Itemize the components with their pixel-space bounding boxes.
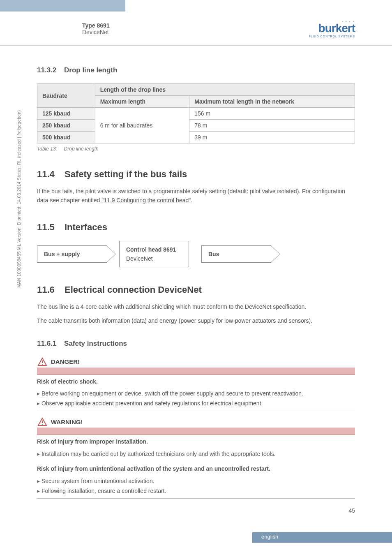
cell-max-shared: 6 m for all baudrates bbox=[95, 108, 189, 143]
heading-11-6: 11.6 Electrical connection DeviceNet bbox=[37, 284, 355, 295]
footer-language-bar: english bbox=[252, 532, 392, 543]
cell-baud: 250 kbaud bbox=[37, 120, 95, 132]
warning-triangle-icon bbox=[37, 417, 48, 427]
list-item: Secure system from unintentional activat… bbox=[37, 476, 355, 486]
logo-text: burkert bbox=[318, 22, 355, 35]
th-baudrate: Baudrate bbox=[37, 84, 95, 108]
flow-box-control-head: Control head 8691 DeviceNet bbox=[119, 241, 189, 267]
flow-box-bus: Bus bbox=[201, 245, 271, 263]
danger-subtitle: Risk of electric shock. bbox=[37, 377, 355, 386]
heading-11-5: 11.5 Interfaces bbox=[37, 222, 355, 233]
page-header: Type 8691 DeviceNet ▪ ▪ ▪ ▪ burkert FLUI… bbox=[0, 12, 392, 46]
main-content: 11.3.2 Drop line length Baudrate Length … bbox=[0, 46, 392, 499]
para-11-4: If the bus fails, the pilot valve is swi… bbox=[37, 187, 355, 205]
svg-point-3 bbox=[42, 424, 43, 425]
sectitle: Electrical connection DeviceNet bbox=[65, 284, 202, 295]
cell-total: 39 m bbox=[189, 132, 355, 143]
config-link[interactable]: "11.9 Configuring the control head" bbox=[101, 197, 191, 204]
heading-11-3-2: 11.3.2 Drop line length bbox=[37, 66, 355, 74]
divider bbox=[37, 498, 355, 499]
flow-box-bus-supply: Bus + supply bbox=[37, 245, 107, 263]
cell-total: 78 m bbox=[189, 120, 355, 132]
warning-triangle-icon bbox=[37, 357, 48, 367]
danger-title: DANGER! bbox=[51, 358, 80, 365]
para-11-6-1: The bus line is a 4-core cable with addi… bbox=[37, 303, 355, 312]
flow-box-line2: DeviceNet bbox=[126, 255, 182, 262]
side-meta-text: MAN 1000098455 ML Version: D printed: 14… bbox=[16, 110, 21, 288]
sectitle: Safety instructions bbox=[64, 340, 127, 347]
top-accent-bar bbox=[0, 0, 125, 12]
heading-11-4: 11.4 Safety setting if the bus fails bbox=[37, 169, 355, 180]
caption-label: Table 13: bbox=[37, 146, 57, 152]
warning-list2: Secure system from unintentional activat… bbox=[37, 476, 355, 496]
secnum: 11.5 bbox=[37, 222, 55, 232]
brand-logo: ▪ ▪ ▪ ▪ burkert FLUID CONTROL SYSTEMS bbox=[309, 20, 355, 38]
th-max: Maximum length bbox=[95, 96, 189, 108]
table-row: 500 kbaud 39 m bbox=[37, 132, 355, 143]
warning-sub2: Risk of injury from unintentional activa… bbox=[37, 465, 355, 474]
cell-baud: 125 kbaud bbox=[37, 108, 95, 120]
table-row: 125 kbaud 6 m for all baudrates 156 m bbox=[37, 108, 355, 120]
warning-alert: WARNING! Risk of injury from improper in… bbox=[37, 417, 355, 498]
interfaces-flow: Bus + supply Control head 8691 DeviceNet… bbox=[37, 241, 355, 267]
caption-text: Drop line length bbox=[64, 146, 99, 152]
list-item: Installation may be carried out by autho… bbox=[37, 449, 355, 459]
table-caption: Table 13: Drop line length bbox=[37, 146, 355, 152]
doc-type: Type 8691 bbox=[82, 22, 110, 29]
secnum: 11.6.1 bbox=[37, 340, 56, 347]
para-11-6-2: The cable transmits both information (da… bbox=[37, 317, 355, 326]
table-row: 250 kbaud 78 m bbox=[37, 120, 355, 132]
svg-point-1 bbox=[42, 364, 43, 365]
cell-total: 156 m bbox=[189, 108, 355, 120]
sectitle: Interfaces bbox=[65, 222, 107, 232]
sectitle: Drop line length bbox=[64, 66, 117, 74]
th-total: Maximum total length in the network bbox=[189, 96, 355, 108]
secnum: 11.6 bbox=[37, 284, 55, 295]
warning-sub1: Risk of injury from improper installatio… bbox=[37, 437, 355, 446]
flow-box-line1: Control head 8691 bbox=[126, 246, 176, 253]
para-text-b: . bbox=[191, 197, 192, 204]
doc-subtitle: DeviceNet bbox=[82, 29, 110, 35]
page-number: 45 bbox=[348, 507, 355, 514]
warning-bar bbox=[37, 428, 355, 435]
secnum: 11.3.2 bbox=[37, 66, 56, 74]
danger-bar bbox=[37, 368, 355, 375]
danger-list: Before working on equipment or device, s… bbox=[37, 388, 355, 408]
danger-alert: DANGER! Risk of electric shock. Before w… bbox=[37, 357, 355, 412]
divider bbox=[37, 411, 355, 411]
th-span: Length of the drop lines bbox=[95, 84, 355, 96]
list-item: Observe applicable accident prevention a… bbox=[37, 398, 355, 408]
header-left-block: Type 8691 DeviceNet bbox=[82, 22, 110, 35]
list-item: Before working on equipment or device, s… bbox=[37, 388, 355, 398]
secnum: 11.4 bbox=[37, 169, 55, 179]
cell-baud: 500 kbaud bbox=[37, 132, 95, 143]
heading-11-6-1: 11.6.1 Safety instructions bbox=[37, 340, 355, 348]
logo-subtext: FLUID CONTROL SYSTEMS bbox=[309, 35, 355, 38]
sectitle: Safety setting if the bus fails bbox=[65, 169, 187, 179]
warning-list1: Installation may be carried out by autho… bbox=[37, 449, 355, 459]
warning-title: WARNING! bbox=[51, 419, 83, 426]
list-item: Following installation, ensure a control… bbox=[37, 486, 355, 496]
drop-line-table: Baudrate Length of the drop lines Maximu… bbox=[37, 83, 355, 143]
